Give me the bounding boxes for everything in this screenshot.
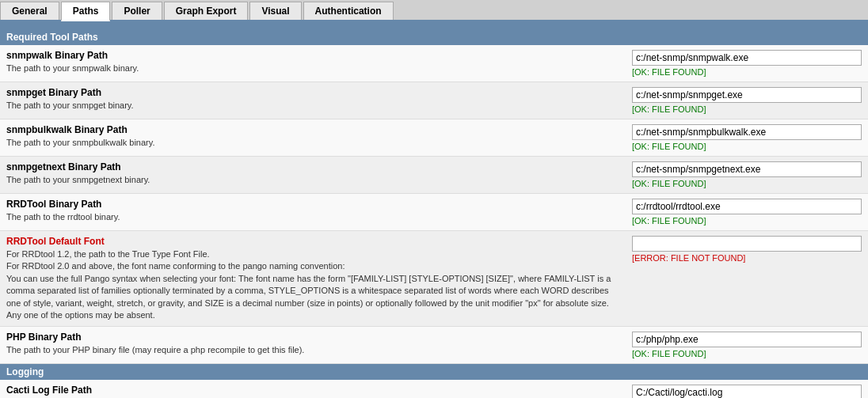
field-desc-rrdtool: The path to the rrdtool binary.: [6, 211, 624, 223]
field-name-snmpgetnext: snmpgetnext Binary Path: [6, 161, 624, 172]
field-desc-snmpget: The path to your snmpget binary.: [6, 100, 624, 112]
settings-row-rrdtool: RRDTool Binary PathThe path to the rrdto…: [0, 194, 868, 231]
settings-row-snmpwalk: snmpwalk Binary PathThe path to your snm…: [0, 45, 868, 82]
input-snmpwalk[interactable]: [632, 50, 862, 66]
field-name-rrdtool-font: RRDTool Default Font: [6, 236, 624, 247]
tab-poller[interactable]: Poller: [112, 2, 162, 20]
input-snmpgetnext[interactable]: [632, 161, 862, 177]
field-name-snmpwalk: snmpwalk Binary Path: [6, 50, 624, 61]
status-rrdtool: [OK: FILE FOUND]: [632, 216, 862, 226]
status-snmpgetnext: [OK: FILE FOUND]: [632, 179, 862, 188]
field-desc-snmpbulkwalk: The path to your snmpbulkwalk binary.: [6, 137, 624, 149]
status-rrdtool-font: [ERROR: FILE NOT FOUND]: [632, 253, 862, 263]
label-col-php: PHP Binary PathThe path to your PHP bina…: [6, 332, 632, 356]
input-col-snmpgetnext: [OK: FILE FOUND]: [632, 161, 862, 188]
settings-row-cacti-log: Cacti Log File PathThe path to your Cact…: [0, 380, 868, 398]
tab-general[interactable]: General: [0, 2, 59, 20]
field-desc-snmpwalk: The path to your snmpwalk binary.: [6, 63, 624, 74]
section-header-required-tool-paths: Required Tool Paths: [0, 29, 868, 45]
tab-authentication[interactable]: Authentication: [303, 2, 394, 20]
status-snmpwalk: [OK: FILE FOUND]: [632, 67, 862, 77]
field-desc-snmpgetnext: The path to your snmpgetnext binary.: [6, 174, 624, 186]
label-col-rrdtool-font: RRDTool Default FontFor RRDtool 1.2, the…: [6, 236, 632, 321]
input-snmpbulkwalk[interactable]: [632, 124, 862, 140]
input-col-rrdtool-font: [ERROR: FILE NOT FOUND]: [632, 236, 862, 263]
label-col-snmpwalk: snmpwalk Binary PathThe path to your snm…: [6, 50, 632, 74]
field-name-php: PHP Binary Path: [6, 332, 624, 343]
input-col-snmpbulkwalk: [OK: FILE FOUND]: [632, 124, 862, 151]
input-rrdtool[interactable]: [632, 199, 862, 214]
input-cacti-log[interactable]: [632, 385, 862, 398]
settings-row-rrdtool-font: RRDTool Default FontFor RRDtool 1.2, the…: [0, 231, 868, 327]
label-col-snmpgetnext: snmpgetnext Binary PathThe path to your …: [6, 161, 632, 186]
tab-visual[interactable]: Visual: [249, 2, 301, 20]
label-col-snmpget: snmpget Binary PathThe path to your snmp…: [6, 87, 632, 112]
settings-row-snmpget: snmpget Binary PathThe path to your snmp…: [0, 82, 868, 119]
field-name-snmpget: snmpget Binary Path: [6, 87, 624, 98]
status-snmpget: [OK: FILE FOUND]: [632, 104, 862, 114]
tab-graph-export[interactable]: Graph Export: [164, 2, 249, 20]
page-title: [0, 21, 868, 29]
input-col-snmpwalk: [OK: FILE FOUND]: [632, 50, 862, 77]
input-col-snmpget: [OK: FILE FOUND]: [632, 87, 862, 114]
label-col-cacti-log: Cacti Log File PathThe path to your Cact…: [6, 385, 632, 398]
status-php: [OK: FILE FOUND]: [632, 349, 862, 358]
page-container: GeneralPathsPollerGraph ExportVisualAuth…: [0, 0, 868, 398]
status-snmpbulkwalk: [OK: FILE FOUND]: [632, 142, 862, 151]
section-header-logging: Logging: [0, 364, 868, 380]
input-php[interactable]: [632, 332, 862, 347]
input-col-rrdtool: [OK: FILE FOUND]: [632, 199, 862, 226]
sections-container: Required Tool Pathssnmpwalk Binary PathT…: [0, 29, 868, 398]
label-col-snmpbulkwalk: snmpbulkwalk Binary PathThe path to your…: [6, 124, 632, 149]
input-snmpget[interactable]: [632, 87, 862, 103]
settings-row-php: PHP Binary PathThe path to your PHP bina…: [0, 327, 868, 364]
input-rrdtool-font[interactable]: [632, 236, 862, 252]
field-name-snmpbulkwalk: snmpbulkwalk Binary Path: [6, 124, 624, 135]
input-col-cacti-log: [OK: FILE FOUND]: [632, 385, 862, 398]
field-name-cacti-log: Cacti Log File Path: [6, 385, 624, 396]
label-col-rrdtool: RRDTool Binary PathThe path to the rrdto…: [6, 199, 632, 223]
tab-paths[interactable]: Paths: [61, 2, 111, 21]
settings-row-snmpbulkwalk: snmpbulkwalk Binary PathThe path to your…: [0, 119, 868, 157]
field-desc-php: The path to your PHP binary file (may re…: [6, 344, 624, 356]
field-name-rrdtool: RRDTool Binary Path: [6, 199, 624, 210]
tab-bar: GeneralPathsPollerGraph ExportVisualAuth…: [0, 0, 868, 21]
input-col-php: [OK: FILE FOUND]: [632, 332, 862, 358]
settings-row-snmpgetnext: snmpgetnext Binary PathThe path to your …: [0, 157, 868, 194]
field-desc-rrdtool-font: For RRDtool 1.2, the path to the True Ty…: [6, 248, 624, 321]
